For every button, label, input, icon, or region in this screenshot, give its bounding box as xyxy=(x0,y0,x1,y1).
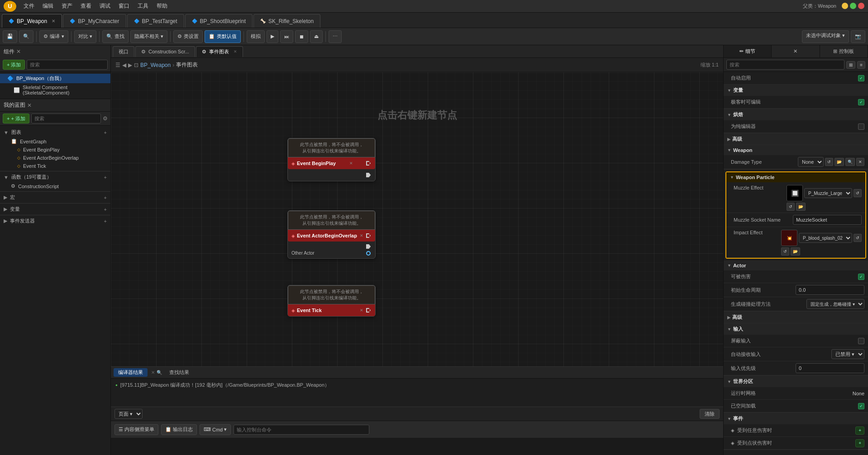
input-priority-input[interactable] xyxy=(796,363,864,373)
browse-btn[interactable]: 🔍 xyxy=(19,30,33,43)
rp-search-input[interactable] xyxy=(726,60,844,70)
event-graph-tab-close[interactable]: ✕ xyxy=(234,49,237,54)
world-partition-header[interactable]: ▼ 世界分区 xyxy=(724,376,868,387)
output-compiler-close[interactable]: ✕ xyxy=(151,370,155,375)
node-event-beginplay[interactable]: 此节点被禁用，将不会被调用，从引脚连出引线来编译功能。 ◈ Event Begi… xyxy=(287,138,376,181)
rp-layout-btn[interactable]: ≡ xyxy=(857,61,865,69)
page-dropdown[interactable]: 页面 ▾ xyxy=(114,409,143,419)
input-section-header[interactable]: ▼ 输入 xyxy=(724,323,868,335)
stop-btn[interactable]: ⏹ xyxy=(295,30,308,43)
macro-add-icon[interactable]: + xyxy=(104,195,107,200)
breadcrumb-bp-weapon[interactable]: BP_Weapon xyxy=(140,62,171,68)
tab-sk-rifle-skeleton[interactable]: 🦴 SK_Rifle_Skeleton xyxy=(253,14,320,28)
muzzle-effect-select[interactable]: P_Muzzle_Large xyxy=(804,188,852,198)
advanced-section-header[interactable]: ▶ 高级 xyxy=(724,133,868,145)
output-tab-compiler[interactable]: 编译器结果 xyxy=(114,368,148,377)
event-dispatcher-header[interactable]: ▶ 事件发送器 + xyxy=(0,216,110,226)
skip-btn[interactable]: ⏭ xyxy=(280,30,293,43)
cooking-section-header[interactable]: ▼ 烘焙 xyxy=(724,109,868,120)
event-tick-item[interactable]: ◇ Event Tick xyxy=(0,162,110,170)
can-be-damaged-checkbox[interactable]: ✓ xyxy=(858,274,864,280)
weapon-particle-header[interactable]: ▼ Weapon Particle xyxy=(726,172,865,182)
tab-bp-shootblueprint[interactable]: 🔷 BP_ShootBlueprint xyxy=(185,14,253,28)
menu-edit[interactable]: 编辑 xyxy=(39,1,57,11)
impact-effect-reset-btn[interactable]: ↺ xyxy=(854,234,862,242)
tab-bp-mycharacter[interactable]: 🔷 BP_MyCharacter xyxy=(63,14,126,28)
camera-btn[interactable]: 📷 xyxy=(851,30,865,43)
canvas-tab-event-graph[interactable]: ⚙ 事件图表 ✕ xyxy=(196,46,243,57)
muzzle-effect-reset-btn[interactable]: ↺ xyxy=(854,189,862,197)
auto-enable-checkbox[interactable]: ✓ xyxy=(858,75,864,81)
rp-tab-details[interactable]: ✏ 细节 xyxy=(724,45,772,57)
graphs-header[interactable]: ▼ 图表 + xyxy=(0,128,110,137)
variable-header[interactable]: ▶ 变量 + xyxy=(0,204,110,214)
tab-bp-weapon[interactable]: 🔷 BP_Weapon ✕ xyxy=(2,14,62,28)
rp-tab-close[interactable]: ✕ xyxy=(772,45,820,57)
simulate-btn[interactable]: 模拟 xyxy=(247,30,265,43)
eject-btn[interactable]: ⏏ xyxy=(310,30,323,43)
node2-close[interactable]: ✕ xyxy=(360,233,363,238)
breadcrumb-forward-btn[interactable]: ▶ xyxy=(128,62,132,68)
breadcrumb-back-btn[interactable]: ◀ xyxy=(122,62,126,68)
find-btn[interactable]: 🔍 查找 xyxy=(102,30,129,43)
blueprint-canvas[interactable]: 点击右键新建节点 此节点被禁用，将不会被调用，从引脚连出引线来编译功能。 ◈ E… xyxy=(111,72,723,438)
my-blueprints-close[interactable]: ✕ xyxy=(27,102,32,109)
menu-tools[interactable]: 工具 xyxy=(134,1,152,11)
play-btn[interactable]: ▶ xyxy=(267,30,278,43)
console-input[interactable] xyxy=(234,425,369,435)
event-graph-item[interactable]: 📋 EventGraph xyxy=(0,137,110,146)
diff-btn[interactable]: 对比 ▾ xyxy=(74,30,96,43)
component-skeletal[interactable]: ⬜ Skeletal Component (SkeletalComponent) xyxy=(0,83,110,97)
muzzle-effect-refresh-btn[interactable]: ↺ xyxy=(787,203,795,211)
spawn-collision-select[interactable]: 固定生成，忽略碰撞 ▾ xyxy=(806,299,864,309)
tab-bp-weapon-close[interactable]: ✕ xyxy=(52,19,55,24)
menu-debug[interactable]: 调试 xyxy=(96,1,114,11)
menu-window[interactable]: 窗口 xyxy=(115,1,133,11)
event-actoroverlap-item[interactable]: ◇ Event ActorBeginOverlap xyxy=(0,154,110,162)
class-defaults-btn[interactable]: 📋 类默认值 xyxy=(205,30,241,43)
menu-asset[interactable]: 资产 xyxy=(58,1,76,11)
breadcrumb-menu-btn[interactable]: ☰ xyxy=(115,62,120,68)
events-section-header[interactable]: ▼ 事件 xyxy=(724,413,868,424)
editor-only-checkbox[interactable] xyxy=(858,123,864,130)
menu-view[interactable]: 查看 xyxy=(77,1,95,11)
damage-type-close-btn[interactable]: ✕ xyxy=(856,158,864,166)
muzzle-socket-input[interactable] xyxy=(793,215,862,225)
graphs-add-icon[interactable]: + xyxy=(104,130,107,135)
auto-receive-select[interactable]: 已禁用 ▾ xyxy=(831,349,864,359)
variable-add-icon[interactable]: + xyxy=(104,207,107,212)
more-btn[interactable]: ⋯ xyxy=(329,30,342,43)
rp-grid-btn[interactable]: ⊞ xyxy=(846,61,855,69)
damage-type-find-btn[interactable]: 🔍 xyxy=(845,158,855,166)
block-input-checkbox[interactable] xyxy=(858,338,864,344)
components-close[interactable]: ✕ xyxy=(16,48,21,55)
components-search-input[interactable] xyxy=(27,60,108,70)
functions-header[interactable]: ▼ 函数（19可覆盖） + xyxy=(0,172,110,182)
macro-header[interactable]: ▶ 宏 + xyxy=(0,193,110,202)
damage-type-reset-btn[interactable]: ↺ xyxy=(825,158,833,166)
construction-script-item[interactable]: ⚙ ConstructionScript xyxy=(0,182,110,190)
event-beginplay-item[interactable]: ◇ Event BeginPlay xyxy=(0,146,110,154)
breadcrumb-home-btn[interactable]: ⊡ xyxy=(134,62,138,68)
actor-advanced-header[interactable]: ▶ 高级 xyxy=(724,312,868,323)
node-event-tick[interactable]: 此节点被禁用，将不会被调用，从引脚连出引线来编译功能。 ◈ Event Tick… xyxy=(287,285,376,317)
mb-settings-icon[interactable]: ⚙ xyxy=(103,115,108,122)
spatially-loaded-checkbox[interactable]: ✓ xyxy=(858,403,864,409)
window-minimize[interactable] xyxy=(842,3,848,9)
damage-type-browse-btn[interactable]: 📂 xyxy=(835,158,844,166)
actor-section-header[interactable]: ▼ Actor xyxy=(724,261,868,270)
tab-bp-testtarget[interactable]: 🔷 BP_TestTarget xyxy=(127,14,184,28)
impact-effect-refresh-btn[interactable]: ↺ xyxy=(781,247,789,256)
node3-close[interactable]: ✕ xyxy=(360,308,363,313)
window-close[interactable] xyxy=(858,3,864,9)
rp-tab-controlboard[interactable]: ⊞ 控制板 xyxy=(820,45,868,57)
save-btn[interactable]: 💾 xyxy=(3,30,17,43)
node-event-actoroverlap[interactable]: 此节点被禁用，将不会被调用，从引脚连出引线来编译功能。 ◈ Event Acto… xyxy=(287,210,376,259)
clear-btn[interactable]: 清除 xyxy=(700,409,720,419)
editable-checkbox[interactable]: ✓ xyxy=(858,99,864,105)
sidebar-menu-btn[interactable]: ☰ 内容侧滑菜单 xyxy=(114,424,158,435)
node1-close[interactable]: ✕ xyxy=(349,161,353,166)
cmd-btn[interactable]: ⌨ Cmd ▾ xyxy=(200,424,231,435)
my-blueprints-search-input[interactable] xyxy=(31,114,101,123)
impact-effect-select[interactable]: P_blood_splash_02 xyxy=(799,233,852,243)
